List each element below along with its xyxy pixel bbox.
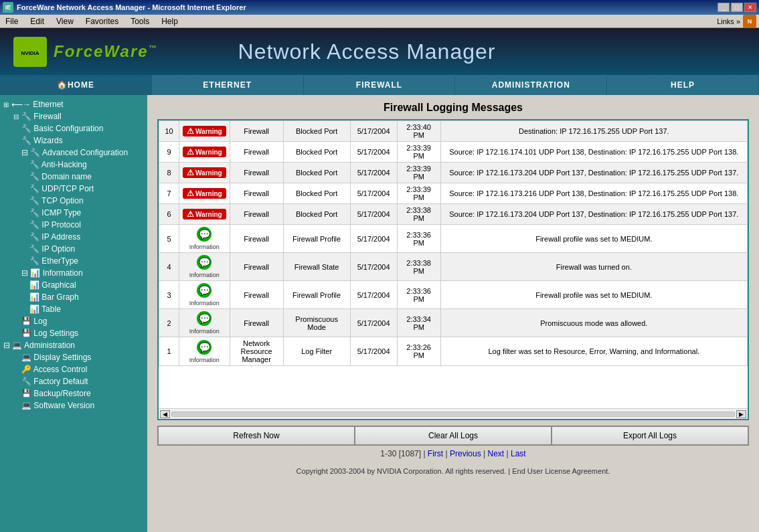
sidebar-item-advanced-config[interactable]: ⊟ 🔧 Advanced Configuration [0, 147, 147, 159]
log-time: 2:33:26 PM [397, 337, 440, 366]
warning-icon: ⚠Warning [183, 209, 226, 219]
table-row: 10 ⚠Warning FirewallBlocked Port5/17/200… [159, 121, 748, 142]
sidebar-item-display-settings[interactable]: 💻 Display Settings [0, 351, 147, 363]
log-type-icon: ⚠Warning [179, 183, 230, 204]
export-logs-button[interactable]: Export All Logs [552, 426, 748, 445]
sidebar-item-factory-default[interactable]: 🔧 Factory Default [0, 375, 147, 387]
sidebar-item-backup-restore[interactable]: 💾 Backup/Restore [0, 387, 147, 400]
log-num: 2 [159, 309, 179, 337]
close-button[interactable]: ✕ [744, 3, 756, 12]
sidebar-item-ip-option[interactable]: 🔧 IP Option [0, 243, 147, 255]
main-content: ⊞ ⟵→ Ethernet ⊟ 🔧 Firewall 🔧 Basic Confi… [0, 95, 759, 532]
log-message: Promiscuous mode was allowed. [440, 309, 747, 337]
sidebar-item-tcp-option[interactable]: 🔧 TCP Option [0, 195, 147, 207]
minimize-button[interactable]: _ [718, 3, 730, 12]
sidebar-item-ip-protocol[interactable]: 🔧 IP Protocol [0, 219, 147, 231]
sidebar-item-administration[interactable]: ⊟ 💻 Administration [0, 339, 147, 351]
log-container: 10 ⚠Warning FirewallBlocked Port5/17/200… [157, 119, 749, 420]
menu-edit[interactable]: Edit [27, 16, 47, 27]
nav-help[interactable]: HELP [607, 75, 759, 95]
log-type-icon: 💬 Information [179, 225, 230, 253]
sidebar-item-graphical[interactable]: 📊 Graphical [0, 279, 147, 291]
app-icon: IE [3, 2, 13, 13]
sidebar-item-domain-name[interactable]: 🔧 Domain name [0, 171, 147, 183]
home-icon: 🏠 [57, 80, 68, 90]
log-num: 7 [159, 183, 179, 204]
horizontal-scrollbar[interactable]: ◀ ▶ [159, 408, 748, 419]
log-num: 10 [159, 121, 179, 142]
menu-help[interactable]: Help [159, 16, 181, 27]
sidebar-item-table[interactable]: 📊 Table [0, 303, 147, 315]
pagination-next[interactable]: Next [487, 449, 504, 458]
sidebar-item-ip-address[interactable]: 🔧 IP Address [0, 231, 147, 243]
log-date: 5/17/2004 [350, 225, 397, 253]
log-type-icon: 💬 Information [179, 281, 230, 309]
menu-favorites[interactable]: Favorites [83, 16, 121, 27]
sidebar-item-wizards[interactable]: 🔧 Wizards [0, 135, 147, 147]
sidebar-item-antihacking[interactable]: 🔧 Anti-Hacking [0, 159, 147, 171]
nav-home[interactable]: 🏠 HOME [0, 75, 152, 95]
log-source: Firewall [230, 121, 283, 142]
sidebar-item-bar-graph[interactable]: 📊 Bar Graph [0, 291, 147, 303]
window-controls[interactable]: _ □ ✕ [718, 3, 756, 12]
sidebar-item-ethertype[interactable]: 🔧 EtherType [0, 255, 147, 267]
sidebar-item-udptcp-port[interactable]: 🔧 UDP/TCP Port [0, 183, 147, 195]
clear-logs-button[interactable]: Clear All Logs [355, 426, 552, 445]
table-row: 2 💬 Information FirewallPromiscuous Mode… [159, 309, 748, 337]
log-category: Blocked Port [283, 142, 350, 163]
sidebar-item-log[interactable]: 💾 Log [0, 315, 147, 327]
table-row: 5 💬 Information FirewallFirewall Profile… [159, 225, 748, 253]
log-date: 5/17/2004 [350, 309, 397, 337]
svg-text:NVIDIA: NVIDIA [21, 50, 39, 56]
log-date: 5/17/2004 [350, 183, 397, 204]
log-source: Firewall [230, 309, 283, 337]
log-type-icon: 💬 Information [179, 253, 230, 281]
log-category: Promiscuous Mode [283, 309, 350, 337]
title-bar-text: ForceWare Network Access Manager - Micro… [17, 3, 246, 11]
nav-bar: 🏠 HOME ETHERNET FIREWALL ADMINISTRATION … [0, 75, 759, 95]
nvidia-logo: NVIDIA [13, 37, 47, 67]
log-date: 5/17/2004 [350, 121, 397, 142]
nav-ethernet[interactable]: ETHERNET [152, 75, 304, 95]
header-title: Network Access Manager [238, 39, 496, 64]
sidebar-item-icmp-type[interactable]: 🔧 ICMP Type [0, 207, 147, 219]
sidebar-item-software-version[interactable]: 💻 Software Version [0, 400, 147, 412]
log-num: 9 [159, 142, 179, 163]
sidebar-item-firewall[interactable]: ⊟ 🔧 Firewall [0, 110, 147, 122]
scroll-right-button[interactable]: ▶ [736, 410, 746, 418]
log-time: 2:33:36 PM [397, 225, 440, 253]
menu-bar: File Edit View Favorites Tools Help Link… [0, 15, 759, 28]
log-source: Firewall [230, 183, 283, 204]
nav-administration[interactable]: ADMINISTRATION [455, 75, 607, 95]
log-scroll-area[interactable]: 10 ⚠Warning FirewallBlocked Port5/17/200… [159, 120, 748, 408]
menu-tools[interactable]: Tools [128, 16, 152, 27]
log-num: 1 [159, 337, 179, 366]
log-date: 5/17/2004 [350, 281, 397, 309]
sidebar-item-access-control[interactable]: 🔑 Access Control [0, 363, 147, 375]
menu-view[interactable]: View [54, 16, 76, 27]
log-category: Firewall Profile [283, 225, 350, 253]
warning-icon: ⚠Warning [183, 126, 226, 137]
pagination-first[interactable]: First [428, 449, 443, 458]
log-time: 2:33:40 PM [397, 121, 440, 142]
pagination-previous[interactable]: Previous [450, 449, 481, 458]
log-category: Blocked Port [283, 204, 350, 225]
table-row: 3 💬 Information FirewallFirewall Profile… [159, 281, 748, 309]
nav-firewall[interactable]: FIREWALL [304, 75, 456, 95]
sidebar-item-basic-config[interactable]: 🔧 Basic Configuration [0, 122, 147, 135]
log-time: 2:33:39 PM [397, 183, 440, 204]
sidebar-item-log-settings[interactable]: 💾 Log Settings [0, 327, 147, 339]
copyright-text: Copyright 2003-2004 by NVIDIA Corporatio… [297, 467, 610, 475]
log-type-icon: ⚠Warning [179, 142, 230, 163]
scroll-left-button[interactable]: ◀ [160, 410, 170, 418]
pagination-last[interactable]: Last [511, 449, 526, 458]
log-type-icon: 💬 Information [179, 337, 230, 366]
refresh-button[interactable]: Refresh Now [158, 426, 355, 445]
maximize-button[interactable]: □ [731, 3, 743, 12]
logo-area: NVIDIA ForceWare™ [13, 37, 158, 67]
sidebar-item-information[interactable]: ⊟ 📊 Information [0, 267, 147, 279]
menu-file[interactable]: File [3, 16, 21, 27]
button-bar: Refresh Now Clear All Logs Export All Lo… [157, 426, 749, 446]
log-message: Log filter was set to Resource, Error, W… [440, 337, 747, 366]
sidebar-item-ethernet[interactable]: ⊞ ⟵→ Ethernet [0, 98, 147, 110]
